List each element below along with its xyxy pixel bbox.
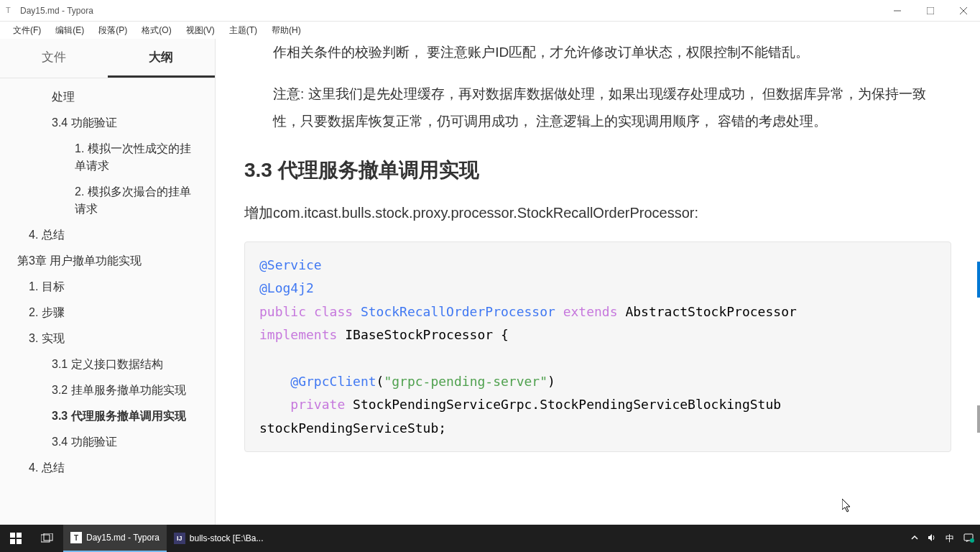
paragraph[interactable]: 作相关条件的校验判断， 要注意账户ID匹配，才允许修改订单状态，权限控制不能错乱… <box>273 39 951 66</box>
document-content[interactable]: 作相关条件的校验判断， 要注意账户ID匹配，才允许修改订单状态，权限控制不能错乱… <box>216 39 980 525</box>
code-text: StockPendingServiceGrpc.StockPendingServ… <box>353 397 781 412</box>
code-keyword: private <box>290 397 345 412</box>
outline-item[interactable]: 3.2 挂单服务撤单功能实现 <box>0 377 215 403</box>
titlebar: T Day15.md - Typora <box>0 0 980 22</box>
sidebar: 文件 大纲 处理3.4 功能验证1. 模拟一次性成交的挂单请求2. 模拟多次撮合… <box>0 39 216 525</box>
tray-ime[interactable]: 中 <box>946 533 954 545</box>
window-controls <box>881 0 980 22</box>
start-button[interactable] <box>0 525 32 552</box>
taskbar-item-idea[interactable]: IJ bulls-stock [E:\Ba... <box>167 525 271 552</box>
svg-point-13 <box>970 538 974 543</box>
outline-item[interactable]: 1. 模拟一次性成交的挂单请求 <box>0 136 215 179</box>
code-keyword: public <box>259 304 306 319</box>
menu-format[interactable]: 格式(O) <box>134 23 178 38</box>
outline-item[interactable]: 3. 实现 <box>0 326 215 351</box>
typora-icon: T <box>70 532 82 543</box>
app-icon: T <box>6 6 16 16</box>
code-annotation: @Service <box>259 257 322 272</box>
code-text: ( <box>376 374 384 389</box>
code-block[interactable]: @Service @Log4j2 public class StockRecal… <box>244 242 951 452</box>
outline-item[interactable]: 处理 <box>0 84 215 110</box>
svg-rect-6 <box>10 533 15 538</box>
code-text: ) <box>547 374 555 389</box>
task-view-icon[interactable] <box>32 525 63 552</box>
code-text: stockPendingServiceStub; <box>259 420 446 436</box>
code-keyword: extends <box>563 304 618 319</box>
outline-item[interactable]: 4. 总结 <box>0 222 215 248</box>
maximize-button[interactable] <box>914 0 947 22</box>
menu-paragraph[interactable]: 段落(P) <box>91 23 134 38</box>
outline-item[interactable]: 第3章 用户撤单功能实现 <box>0 248 215 274</box>
outline-item[interactable]: 3.3 代理服务撤单调用实现 <box>0 403 215 429</box>
tray-notification-icon[interactable] <box>963 532 974 546</box>
window-title: Day15.md - Typora <box>20 6 881 16</box>
outline-item[interactable]: 3.1 定义接口数据结构 <box>0 351 215 377</box>
outline-item[interactable]: 1. 目标 <box>0 274 215 300</box>
code-annotation: @Log4j2 <box>259 280 314 295</box>
code-string: "grpc-pending-server" <box>384 374 547 389</box>
menubar: 文件(F) 编辑(E) 段落(P) 格式(O) 视图(V) 主题(T) 帮助(H… <box>0 22 980 39</box>
outline-list: 处理3.4 功能验证1. 模拟一次性成交的挂单请求2. 模拟多次撮合的挂单请求4… <box>0 78 215 525</box>
tray-chevron-icon[interactable] <box>911 533 918 543</box>
menu-theme[interactable]: 主题(T) <box>222 23 264 38</box>
svg-rect-8 <box>10 539 15 544</box>
svg-rect-7 <box>17 533 22 538</box>
minimize-button[interactable] <box>881 0 914 22</box>
idea-icon: IJ <box>174 533 185 544</box>
heading-2[interactable]: 3.3 代理服务撤单调用实现 <box>244 157 951 184</box>
outline-item[interactable]: 3.4 功能验证 <box>0 429 215 455</box>
code-text: AbstractStockProcessor <box>625 304 796 319</box>
svg-rect-1 <box>927 7 934 14</box>
code-keyword: class <box>314 304 353 319</box>
outline-item[interactable]: 2. 步骤 <box>0 300 215 326</box>
paragraph[interactable]: 注意: 这里我们是先处理缓存，再对数据库数据做处理，如果出现缓存处理成功， 但数… <box>273 80 951 135</box>
tray-volume-icon[interactable] <box>927 533 937 545</box>
code-annotation: @GrpcClient <box>290 374 376 389</box>
outline-item[interactable]: 3.4 功能验证 <box>0 110 215 136</box>
scrollbar-thumb[interactable] <box>977 405 980 433</box>
taskbar-item-typora[interactable]: T Day15.md - Typora <box>63 525 167 552</box>
sidebar-tabs: 文件 大纲 <box>0 39 215 78</box>
taskbar-label: bulls-stock [E:\Ba... <box>190 533 264 543</box>
taskbar: T Day15.md - Typora IJ bulls-stock [E:\B… <box>0 525 980 552</box>
paragraph[interactable]: 增加com.itcast.bulls.stock.proxy.processor… <box>244 198 951 227</box>
menu-help[interactable]: 帮助(H) <box>264 23 308 38</box>
svg-rect-9 <box>17 539 22 544</box>
tab-file[interactable]: 文件 <box>0 39 108 78</box>
scrollbar-accent[interactable] <box>977 262 980 298</box>
code-keyword: implements <box>259 327 337 342</box>
close-button[interactable] <box>947 0 980 22</box>
outline-item[interactable]: 4. 总结 <box>0 455 215 481</box>
code-text: { <box>493 327 509 342</box>
menu-view[interactable]: 视图(V) <box>179 23 222 38</box>
taskbar-label: Day15.md - Typora <box>86 533 160 543</box>
menu-file[interactable]: 文件(F) <box>6 23 48 38</box>
code-text: IBaseStockProcessor <box>345 327 493 342</box>
tab-outline[interactable]: 大纲 <box>108 39 216 78</box>
menu-edit[interactable]: 编辑(E) <box>48 23 91 38</box>
editor[interactable]: 作相关条件的校验判断， 要注意账户ID匹配，才允许修改订单状态，权限控制不能错乱… <box>216 39 980 525</box>
code-class: StockRecallOrderProcessor <box>361 304 555 319</box>
outline-item[interactable]: 2. 模拟多次撮合的挂单请求 <box>0 179 215 222</box>
